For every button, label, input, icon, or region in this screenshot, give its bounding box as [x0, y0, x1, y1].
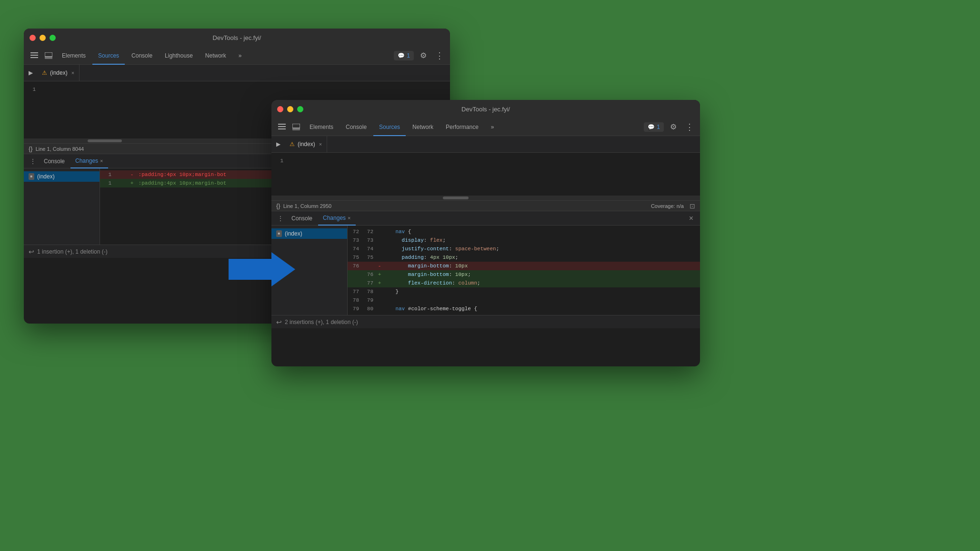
tab-sources-1[interactable]: Sources: [92, 47, 125, 65]
tab-elements-2[interactable]: Elements: [304, 118, 339, 136]
coverage-text-2: Coverage: n/a: [651, 203, 684, 209]
diff-marker-del-1: -: [129, 170, 135, 179]
diff-content-add-1: :padding:4px 10px;margin-bot: [135, 179, 226, 187]
svg-rect-8: [292, 124, 300, 128]
arrow-container: [229, 252, 295, 286]
status-text-1: Line 1, Column 8044: [36, 146, 84, 152]
line-content-1: <!doctype html><html lang="en"><head><me…: [40, 85, 336, 94]
bottom-tab-console-1[interactable]: Console: [39, 154, 70, 168]
bottom-tab-console-2[interactable]: Console: [287, 211, 317, 226]
tab-more-1[interactable]: »: [233, 47, 248, 65]
minimize-traffic-light-1[interactable]: [40, 35, 46, 41]
file-icon-1: ■: [29, 173, 34, 180]
sidebar-toggle-icon-2[interactable]: [275, 120, 289, 134]
bottom-panel-close-2[interactable]: ×: [686, 214, 696, 223]
undo-icon-2[interactable]: ↩: [276, 318, 282, 326]
diff-row-74: 74 74 justify-content: space-between;: [348, 245, 700, 253]
tab-sources-2[interactable]: Sources: [373, 118, 406, 136]
arrow-head: [271, 252, 295, 286]
devtools-window-2: DevTools - jec.fyi/ Elements Console Sou…: [271, 100, 700, 366]
source-tab-close-1[interactable]: ×: [71, 70, 74, 76]
messages-badge-1[interactable]: 💬 1: [394, 51, 414, 60]
scrollbar-h-2[interactable]: [271, 196, 700, 200]
svg-rect-1: [30, 55, 38, 56]
diff-row-77: 77 78 }: [348, 287, 700, 296]
settings-icon-1[interactable]: ⚙: [417, 49, 430, 62]
curly-brace-icon-1: {}: [29, 145, 33, 152]
bottom-panel-2: ⋮ Console Changes × × ■ (index) 72 72: [271, 211, 700, 328]
bottom-tab-changes-1[interactable]: Changes ×: [70, 154, 108, 168]
bottom-more-icon-2[interactable]: ⋮: [275, 213, 286, 224]
tabs-bar-1: Elements Sources Console Lighthouse Netw…: [24, 47, 450, 65]
source-tabs-1: ▶ ⚠ (index) ×: [24, 65, 450, 81]
titlebar-2: DevTools - jec.fyi/: [271, 100, 700, 118]
diff-row-77-add: 77 + flex-direction: column;: [348, 279, 700, 287]
diff-old-num-1: 1: [100, 170, 114, 179]
svg-rect-2: [30, 57, 38, 58]
summary-text-1: 1 insertion (+), 1 deletion (-): [37, 248, 108, 255]
drawer-toggle-icon-1[interactable]: [42, 49, 55, 62]
coverage-icon-2[interactable]: ⊡: [690, 202, 695, 210]
diff-row-76-add: 76 + margin-bottom: 10px;: [348, 270, 700, 279]
summary-bar-2: ↩ 2 insertions (+), 1 deletion (-): [271, 315, 700, 328]
source-filename-1: (index): [50, 69, 68, 76]
svg-rect-5: [278, 124, 286, 125]
window-title-1: DevTools - jec.fyi/: [213, 34, 261, 41]
messages-badge-2[interactable]: 💬 1: [644, 122, 664, 132]
tab-lighthouse-1[interactable]: Lighthouse: [159, 47, 199, 65]
source-tabs-2: ▶ ⚠ (index) ×: [271, 136, 700, 153]
source-filename-2: (index): [298, 141, 315, 148]
drawer-toggle-icon-2[interactable]: [290, 120, 303, 134]
tab-network-1[interactable]: Network: [200, 47, 232, 65]
source-tab-close-2[interactable]: ×: [319, 141, 322, 147]
close-traffic-light-2[interactable]: [277, 106, 283, 112]
kebab-icon-1[interactable]: ⋮: [433, 49, 446, 62]
svg-rect-4: [45, 57, 52, 59]
tab-elements-1[interactable]: Elements: [56, 47, 91, 65]
source-file-tab-2[interactable]: ⚠ (index) ×: [285, 136, 327, 153]
settings-icon-2[interactable]: ⚙: [667, 120, 680, 134]
file-nav-icon-1[interactable]: ▶: [24, 66, 37, 79]
line-content-2: >x 10px;margin-bottom:10px;flex-directio…: [288, 157, 587, 165]
undo-icon-1[interactable]: ↩: [29, 248, 34, 256]
tab-performance-2[interactable]: Performance: [440, 118, 484, 136]
tab-network-2[interactable]: Network: [407, 118, 439, 136]
line-number-1: 1: [24, 85, 40, 94]
minimize-traffic-light-2[interactable]: [287, 106, 293, 112]
changes-file-item-2[interactable]: ■ (index): [271, 228, 347, 239]
file-nav-icon-2[interactable]: ▶: [271, 138, 285, 151]
summary-text-2: 2 insertions (+), 1 deletion (-): [285, 319, 358, 325]
close-traffic-light-1[interactable]: [30, 35, 36, 41]
code-line-2: 1 >x 10px;margin-bottom:10px;flex-direct…: [271, 157, 700, 165]
diff-row-72: 72 72 nav {: [348, 227, 700, 236]
maximize-traffic-light-1[interactable]: [50, 35, 56, 41]
maximize-traffic-light-2[interactable]: [297, 106, 303, 112]
source-file-tab-1[interactable]: ⚠ (index) ×: [37, 65, 80, 81]
svg-rect-0: [30, 52, 38, 53]
bottom-tab-changes-2[interactable]: Changes ×: [318, 211, 355, 226]
bottom-tabs-bar-2: ⋮ Console Changes × ×: [271, 211, 700, 226]
curly-brace-icon-2: {}: [276, 202, 280, 209]
diff-row-73: 73 73 display: flex;: [348, 236, 700, 245]
sidebar-toggle-icon-1[interactable]: [28, 49, 41, 62]
changes-file-item-1[interactable]: ■ (index): [24, 171, 100, 182]
changes-panel-2: ■ (index) 72 72 nav { 73 73: [271, 226, 700, 315]
tabs-right-1: 💬 1 ⚙ ⋮: [394, 49, 446, 62]
status-text-2: Line 1, Column 2950: [283, 203, 332, 209]
kebab-icon-2[interactable]: ⋮: [683, 120, 696, 134]
tab-console-1[interactable]: Console: [126, 47, 158, 65]
warning-icon-1: ⚠: [42, 69, 47, 76]
line-number-2: 1: [271, 157, 288, 165]
diff-row-75: 75 75 padding: 4px 10px;: [348, 253, 700, 262]
scrollbar-thumb-1[interactable]: [88, 139, 122, 142]
changes-close-1[interactable]: ×: [100, 158, 103, 164]
svg-rect-9: [292, 128, 300, 130]
changes-close-2[interactable]: ×: [348, 215, 350, 221]
scrollbar-thumb-2[interactable]: [443, 197, 469, 199]
tab-console-2[interactable]: Console: [340, 118, 372, 136]
diff-marker-add-1: +: [129, 179, 135, 187]
bottom-more-icon-1[interactable]: ⋮: [28, 156, 38, 167]
changes-filename-1: (index): [37, 173, 55, 180]
blue-arrow: [229, 252, 295, 286]
tab-more-2[interactable]: »: [485, 118, 500, 136]
